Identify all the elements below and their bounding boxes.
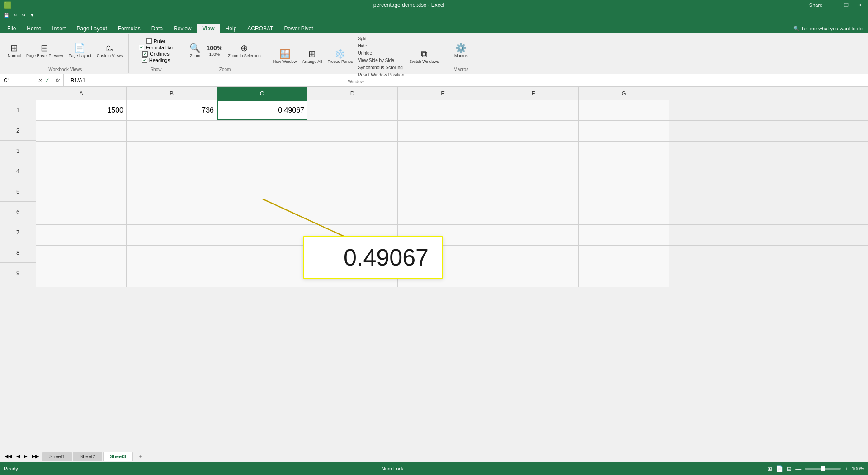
- row-header-8[interactable]: 8: [0, 242, 36, 263]
- tab-data[interactable]: Data: [146, 24, 168, 33]
- tab-review[interactable]: Review: [168, 24, 197, 33]
- row-header-1[interactable]: 1: [0, 100, 36, 120]
- cell-8-C[interactable]: [217, 246, 307, 266]
- cell-3-C[interactable]: [217, 142, 307, 162]
- row-header-3[interactable]: 3: [0, 141, 36, 161]
- cell-3-B[interactable]: [127, 142, 217, 162]
- sheet-tab-sheet3[interactable]: Sheet3: [103, 452, 133, 461]
- cell-7-B[interactable]: [127, 225, 217, 245]
- cell-9-A[interactable]: [36, 266, 127, 287]
- cell-2-D[interactable]: [307, 121, 398, 141]
- cell-9-B[interactable]: [127, 266, 217, 287]
- cell-6-F[interactable]: [488, 204, 579, 224]
- cell-1-D[interactable]: [307, 100, 398, 120]
- cell-4-D[interactable]: [307, 162, 398, 183]
- cell-6-G[interactable]: [579, 204, 669, 224]
- cell-1-B[interactable]: 736: [127, 100, 217, 120]
- row-header-2[interactable]: 2: [0, 120, 36, 141]
- tell-me-box[interactable]: 🔍 Tell me what you want to do: [790, 24, 866, 33]
- cell-8-G[interactable]: [579, 246, 669, 266]
- headings-checkbox[interactable]: [142, 57, 147, 63]
- share-button[interactable]: Share: [807, 2, 825, 8]
- cell-7-C[interactable]: [217, 225, 307, 245]
- close-button[interactable]: ✕: [855, 2, 864, 8]
- headings-row[interactable]: Headings: [142, 57, 170, 63]
- cell-5-C[interactable]: [217, 183, 307, 204]
- row-header-7[interactable]: 7: [0, 222, 36, 242]
- zoom-out-status[interactable]: —: [795, 466, 801, 472]
- cell-6-E[interactable]: [398, 204, 488, 224]
- cell-2-F[interactable]: [488, 121, 579, 141]
- gridlines-row[interactable]: Gridlines: [142, 51, 169, 57]
- formula-bar-row[interactable]: Formula Bar: [139, 45, 174, 50]
- cell-6-D[interactable]: [307, 204, 398, 224]
- row-header-4[interactable]: 4: [0, 161, 36, 181]
- cell-9-C[interactable]: [217, 266, 307, 287]
- cell-9-F[interactable]: [488, 266, 579, 287]
- tab-powerpivot[interactable]: Power Pivot: [278, 24, 318, 33]
- tab-help[interactable]: Help: [220, 24, 242, 33]
- cell-4-F[interactable]: [488, 162, 579, 183]
- cell-7-A[interactable]: [36, 225, 127, 245]
- ruler-row[interactable]: Ruler: [146, 38, 165, 44]
- zoom-selection-button[interactable]: ⊕ Zoom to Selection: [226, 42, 263, 60]
- cell-5-G[interactable]: [579, 183, 669, 204]
- page-break-status[interactable]: ⊟: [787, 466, 792, 472]
- page-layout-status[interactable]: 📄: [776, 466, 783, 472]
- custom-views-button[interactable]: 🗂 Custom Views: [94, 42, 125, 60]
- view-side-by-side-button[interactable]: View Side by Side: [356, 57, 406, 64]
- customize-qat-button[interactable]: ▼: [28, 12, 36, 19]
- cell-2-C[interactable]: [217, 121, 307, 141]
- cell-1-F[interactable]: [488, 100, 579, 120]
- col-header-c[interactable]: C: [217, 87, 307, 100]
- minimize-button[interactable]: ─: [829, 2, 838, 8]
- cell-3-F[interactable]: [488, 142, 579, 162]
- cell-6-C[interactable]: [217, 204, 307, 224]
- zoom-slider[interactable]: [805, 468, 841, 470]
- row-header-9[interactable]: 9: [0, 263, 36, 283]
- cell-7-F[interactable]: [488, 225, 579, 245]
- cell-1-C[interactable]: 0.49067: [217, 100, 307, 120]
- restore-button[interactable]: ❐: [841, 2, 851, 8]
- sheet-tab-sheet1[interactable]: Sheet1: [42, 452, 72, 461]
- page-break-button[interactable]: ⊟ Page Break Preview: [24, 42, 66, 60]
- freeze-panes-button[interactable]: ❄️ Freeze Panes: [325, 48, 355, 66]
- next-sheet-button[interactable]: ▶▶: [29, 452, 42, 460]
- cell-4-C[interactable]: [217, 162, 307, 183]
- confirm-formula-button[interactable]: ✓: [45, 77, 50, 84]
- cell-2-B[interactable]: [127, 121, 217, 141]
- cell-2-G[interactable]: [579, 121, 669, 141]
- cell-1-E[interactable]: [398, 100, 488, 120]
- unhide-button[interactable]: Unhide: [356, 50, 406, 57]
- macros-button[interactable]: ⚙️ Macros: [452, 42, 470, 60]
- cell-8-B[interactable]: [127, 246, 217, 266]
- tab-file[interactable]: File: [2, 24, 21, 33]
- cell-7-G[interactable]: [579, 225, 669, 245]
- cell-5-A[interactable]: [36, 183, 127, 204]
- col-header-f[interactable]: F: [488, 87, 579, 100]
- name-box[interactable]: C1: [0, 74, 36, 86]
- sheet-tab-sheet2[interactable]: Sheet2: [73, 452, 102, 461]
- prev-sheet-one-button[interactable]: ◀: [14, 452, 22, 460]
- cell-6-A[interactable]: [36, 204, 127, 224]
- normal-view-button[interactable]: ⊞ Normal: [5, 42, 23, 60]
- title-bar-controls[interactable]: Share ─ ❐ ✕: [807, 2, 864, 8]
- cell-3-G[interactable]: [579, 142, 669, 162]
- ruler-checkbox[interactable]: [146, 38, 152, 44]
- undo-button[interactable]: ↩: [12, 12, 19, 19]
- cell-5-E[interactable]: [398, 183, 488, 204]
- tab-insert[interactable]: Insert: [47, 24, 71, 33]
- hide-button[interactable]: Hide: [356, 43, 406, 49]
- redo-button[interactable]: ↪: [20, 12, 27, 19]
- cell-8-A[interactable]: [36, 246, 127, 266]
- zoom-100-button[interactable]: 100% 100%: [204, 43, 225, 58]
- cell-5-D[interactable]: [307, 183, 398, 204]
- add-sheet-button[interactable]: ＋: [134, 451, 147, 462]
- cell-4-G[interactable]: [579, 162, 669, 183]
- col-header-d[interactable]: D: [307, 87, 398, 100]
- tab-view[interactable]: View: [197, 24, 220, 33]
- col-header-e[interactable]: E: [398, 87, 488, 100]
- cell-3-E[interactable]: [398, 142, 488, 162]
- cell-5-F[interactable]: [488, 183, 579, 204]
- row-header-6[interactable]: 6: [0, 202, 36, 222]
